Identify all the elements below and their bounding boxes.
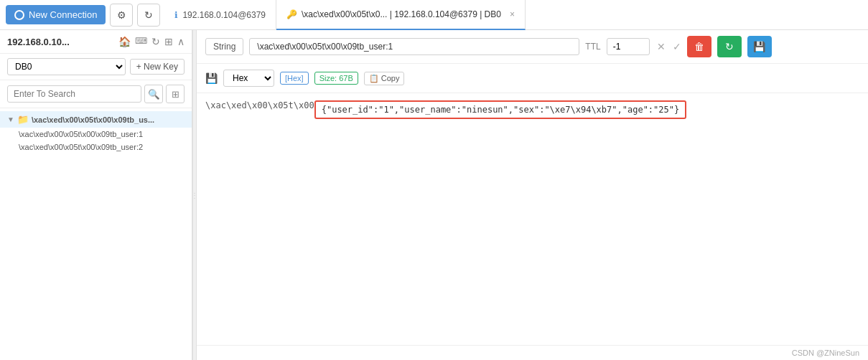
tab-key[interactable]: 🔑 \xac\xed\x00\x05t\x0... | 192.168.0.10… — [276, 0, 526, 30]
save-button[interactable]: 💾 — [747, 36, 772, 57]
main-layout: 192.168.0.10... 🏠 ⌨ ↻ ⊞ ∧ DB0 + New Key … — [0, 30, 868, 360]
refresh-icon-button[interactable]: ↻ — [137, 4, 160, 27]
new-key-button[interactable]: + New Key — [130, 59, 185, 75]
search-button[interactable]: 🔍 — [144, 85, 163, 103]
tab-connection[interactable]: ℹ 192.168.0.104@6379 — [164, 0, 276, 30]
ttl-confirm-icon[interactable]: ✓ — [673, 41, 681, 52]
value-row: \xac\xed\x00\x05t\x00 {"user_id":"1","us… — [205, 100, 859, 119]
home-icon[interactable]: 🏠 — [118, 36, 131, 47]
new-connection-label: New Connection — [29, 9, 97, 20]
size-badge[interactable]: Size: 67B — [314, 72, 358, 85]
type-badge: String — [205, 38, 243, 55]
tree-parent-item[interactable]: ▼ 📁 \xac\xed\x00\x05t\x00\x09tb_us... — [0, 111, 192, 128]
new-connection-button[interactable]: New Connection — [6, 5, 106, 24]
footer-credit: CSDN @ZNineSun — [792, 349, 859, 357]
circle-icon — [14, 10, 24, 20]
ttl-clear-icon[interactable]: ✕ — [657, 41, 666, 52]
tab-key-label: \xac\xed\x00\x05t\x0... | 192.168.0.104@… — [302, 9, 501, 19]
value-prefix: \xac\xed\x00\x05t\x00 — [205, 100, 314, 110]
arrow-down-icon: ▼ — [7, 115, 14, 123]
reload-icon[interactable]: ↻ — [151, 36, 160, 47]
hex-badge[interactable]: [Hex] — [280, 72, 309, 85]
new-key-label: + New Key — [136, 62, 178, 72]
tab-close-button[interactable]: × — [510, 9, 515, 19]
sidebar: 192.168.0.10... 🏠 ⌨ ↻ ⊞ ∧ DB0 + New Key … — [0, 30, 192, 360]
top-bar: New Connection ⚙ ↻ ℹ 192.168.0.104@6379 … — [0, 0, 868, 30]
collapse-icon[interactable]: ∧ — [177, 36, 185, 47]
footer: CSDN @ZNineSun — [197, 345, 868, 360]
copy-icon: 📋 — [369, 74, 379, 83]
child-2-label: \xac\xed\x00\x05t\x00\x09tb_user:2 — [19, 143, 143, 151]
sidebar-icons: 🏠 ⌨ ↻ ⊞ ∧ — [118, 36, 185, 47]
search-row: 🔍 ⊞ — [0, 80, 192, 108]
format-select[interactable]: Hex Text JSON — [223, 70, 274, 87]
key-toolbar: String TTL ✕ ✓ 🗑 ↻ 💾 — [197, 30, 868, 64]
copy-label: Copy — [381, 74, 400, 82]
grid-view-button[interactable]: ⊞ — [166, 85, 185, 103]
ttl-label: TTL — [585, 42, 600, 52]
terminal-icon[interactable]: ⌨ — [135, 36, 147, 47]
tab-key-icon: 🔑 — [286, 9, 297, 19]
sidebar-header: 192.168.0.10... 🏠 ⌨ ↻ ⊞ ∧ — [0, 30, 192, 54]
settings-icon-button[interactable]: ⚙ — [110, 4, 133, 27]
tab-info-icon: ℹ — [174, 10, 178, 20]
tree-child-item-2[interactable]: \xac\xed\x00\x05t\x00\x09tb_user:2 — [0, 141, 192, 153]
content-area: String TTL ✕ ✓ 🗑 ↻ 💾 💾 Hex Text JSON [He… — [197, 30, 868, 360]
delete-button[interactable]: 🗑 — [687, 36, 711, 57]
folder-icon: 📁 — [17, 114, 29, 125]
search-input[interactable] — [7, 85, 141, 103]
value-content: \xac\xed\x00\x05t\x00 {"user_id":"1","us… — [197, 93, 868, 345]
db-dropdown[interactable]: DB0 — [7, 58, 126, 75]
value-json-box[interactable]: {"user_id":"1","user_name":"ninesun","se… — [314, 100, 687, 119]
child-1-label: \xac\xed\x00\x05t\x00\x09tb_user:1 — [19, 130, 143, 138]
grid-icon[interactable]: ⊞ — [164, 36, 173, 47]
ttl-input[interactable] — [607, 38, 650, 55]
tree-child-item-1[interactable]: \xac\xed\x00\x05t\x00\x09tb_user:1 — [0, 128, 192, 141]
save-small-icon: 💾 — [205, 72, 218, 84]
tree-parent-label: \xac\xed\x00\x05t\x00\x09tb_us... — [32, 115, 154, 124]
tab-connection-label: 192.168.0.104@6379 — [182, 10, 266, 20]
value-toolbar: 💾 Hex Text JSON [Hex] Size: 67B 📋 Copy — [197, 64, 868, 93]
copy-button[interactable]: 📋 Copy — [364, 72, 405, 85]
refresh-button[interactable]: ↻ — [717, 36, 742, 57]
tree-list: ▼ 📁 \xac\xed\x00\x05t\x00\x09tb_us... \x… — [0, 108, 192, 360]
tab-bar: ℹ 192.168.0.104@6379 🔑 \xac\xed\x00\x05t… — [164, 0, 862, 30]
db-selector: DB0 + New Key — [0, 54, 192, 80]
key-input[interactable] — [249, 38, 579, 55]
sidebar-title: 192.168.0.10... — [7, 37, 70, 47]
